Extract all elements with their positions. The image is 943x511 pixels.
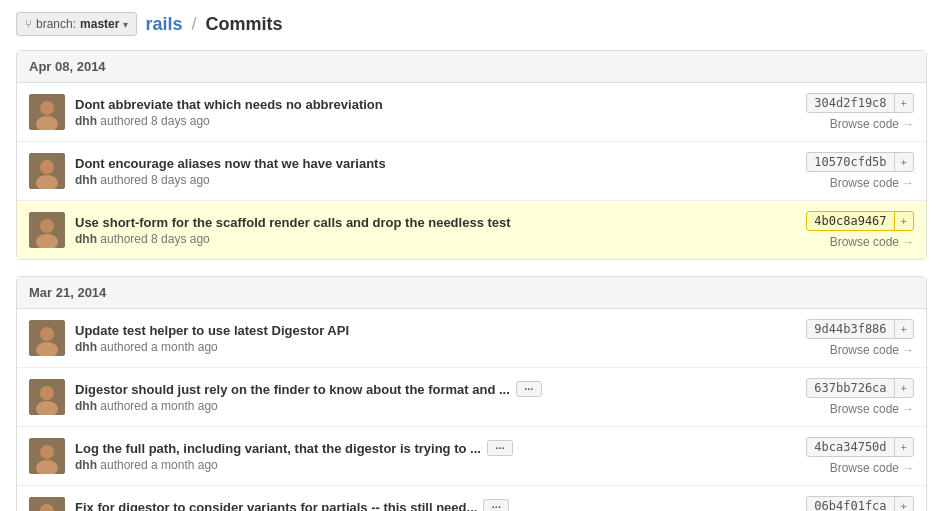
commit-actions: 4b0c8a9467+Browse code → [806,211,914,249]
sha-code: 06b4f01fca [807,497,894,511]
date-group-0: Apr 08, 2014 Dont abbreviate that which … [16,50,927,260]
browse-code-link[interactable]: Browse code → [830,235,914,249]
commit-sha: 4b0c8a9467+ [806,211,914,231]
commit-meta: dhh authored a month ago [75,340,794,354]
commit-sha: 637bb726ca+ [806,378,914,398]
commit-info: Use short-form for the scaffold render c… [75,215,794,246]
commit-time: authored a month ago [100,399,217,413]
sha-code: 4b0c8a9467 [807,212,894,230]
ellipsis-button[interactable]: ··· [487,440,513,456]
commit-author: dhh [75,114,100,128]
ellipsis-button[interactable]: ··· [516,381,542,397]
commit-actions: 06b4f01fca+Browse code → [806,496,914,511]
copy-sha-button[interactable]: + [895,213,913,229]
branch-icon: ⑂ [25,18,32,30]
commit-sha: 4bca34750d+ [806,437,914,457]
avatar [29,497,65,511]
svg-point-15 [40,327,54,341]
copy-sha-button[interactable]: + [895,154,913,170]
commit-author: dhh [75,458,100,472]
arrow-right-icon: → [902,402,914,416]
commit-author: dhh [75,173,100,187]
browse-code-link[interactable]: Browse code → [830,117,914,131]
browse-code-link[interactable]: Browse code → [830,176,914,190]
commit-info: Update test helper to use latest Digesto… [75,323,794,354]
commit-info: Dont abbreviate that which needs no abbr… [75,97,794,128]
commit-time: authored 8 days ago [100,173,209,187]
commit-item: Use short-form for the scaffold render c… [17,201,926,259]
commit-time: authored 8 days ago [100,114,209,128]
avatar [29,212,65,248]
svg-point-3 [40,101,54,115]
copy-sha-button[interactable]: + [895,95,913,111]
commit-title: Dont encourage aliases now that we have … [75,156,794,171]
svg-point-11 [40,219,54,233]
date-group-1: Mar 21, 2014 Update test helper to use l… [16,276,927,511]
date-header-0: Apr 08, 2014 [17,51,926,83]
browse-code-label: Browse code [830,461,899,475]
commit-item: Log the full path, including variant, th… [17,427,926,486]
commit-time: authored a month ago [100,340,217,354]
commit-meta: dhh authored a month ago [75,458,794,472]
commit-sha: 10570cfd5b+ [806,152,914,172]
avatar [29,438,65,474]
commit-title-link[interactable]: Update test helper to use latest Digesto… [75,323,349,338]
commit-info: Log the full path, including variant, th… [75,440,794,472]
sha-code: 10570cfd5b [807,153,894,171]
commit-title-link[interactable]: Dont abbreviate that which needs no abbr… [75,97,383,112]
commit-meta: dhh authored a month ago [75,399,794,413]
commit-item: Digestor should just rely on the finder … [17,368,926,427]
commit-item: Dont encourage aliases now that we have … [17,142,926,201]
commit-sha: 9d44b3f886+ [806,319,914,339]
browse-code-link[interactable]: Browse code → [830,461,914,475]
commit-author: dhh [75,399,100,413]
copy-sha-button[interactable]: + [895,321,913,337]
ellipsis-button[interactable]: ··· [483,499,509,511]
commit-author: dhh [75,232,100,246]
commit-info: Digestor should just rely on the finder … [75,381,794,413]
arrow-right-icon: → [902,117,914,131]
page-title: Commits [205,14,282,34]
copy-sha-button[interactable]: + [895,380,913,396]
breadcrumb: rails / Commits [145,14,282,35]
commit-meta: dhh authored 8 days ago [75,232,794,246]
commit-title-link[interactable]: Digestor should just rely on the finder … [75,382,510,397]
browse-code-link[interactable]: Browse code → [830,343,914,357]
browse-code-label: Browse code [830,402,899,416]
commit-title-link[interactable]: Dont encourage aliases now that we have … [75,156,386,171]
commit-groups: Apr 08, 2014 Dont abbreviate that which … [16,50,927,511]
copy-sha-button[interactable]: + [895,498,913,511]
chevron-down-icon: ▾ [123,19,128,30]
commit-item: Dont abbreviate that which needs no abbr… [17,83,926,142]
arrow-right-icon: → [902,461,914,475]
sha-code: 637bb726ca [807,379,894,397]
branch-label: branch: [36,17,76,31]
commit-time: authored 8 days ago [100,232,209,246]
commit-title: Update test helper to use latest Digesto… [75,323,794,338]
commit-title-link[interactable]: Use short-form for the scaffold render c… [75,215,511,230]
browse-code-label: Browse code [830,176,899,190]
svg-point-23 [40,445,54,459]
commit-author: dhh [75,340,100,354]
commit-actions: 637bb726ca+Browse code → [806,378,914,416]
commit-title-link[interactable]: Fix for digestor to consider variants fo… [75,500,477,512]
commit-actions: 9d44b3f886+Browse code → [806,319,914,357]
arrow-right-icon: → [902,343,914,357]
branch-selector[interactable]: ⑂ branch: master ▾ [16,12,137,36]
commit-actions: 10570cfd5b+Browse code → [806,152,914,190]
page-wrapper: ⑂ branch: master ▾ rails / Commits Apr 0… [0,0,943,511]
sha-code: 9d44b3f886 [807,320,894,338]
commit-meta: dhh authored 8 days ago [75,173,794,187]
commit-item: Fix for digestor to consider variants fo… [17,486,926,511]
breadcrumb-separator: / [191,14,196,34]
sha-code: 304d2f19c8 [807,94,894,112]
commit-time: authored a month ago [100,458,217,472]
copy-sha-button[interactable]: + [895,439,913,455]
date-header-1: Mar 21, 2014 [17,277,926,309]
browse-code-link[interactable]: Browse code → [830,402,914,416]
browse-code-label: Browse code [830,343,899,357]
branch-name: master [80,17,119,31]
commit-item: Update test helper to use latest Digesto… [17,309,926,368]
commit-title-link[interactable]: Log the full path, including variant, th… [75,441,481,456]
repo-link[interactable]: rails [145,14,182,34]
